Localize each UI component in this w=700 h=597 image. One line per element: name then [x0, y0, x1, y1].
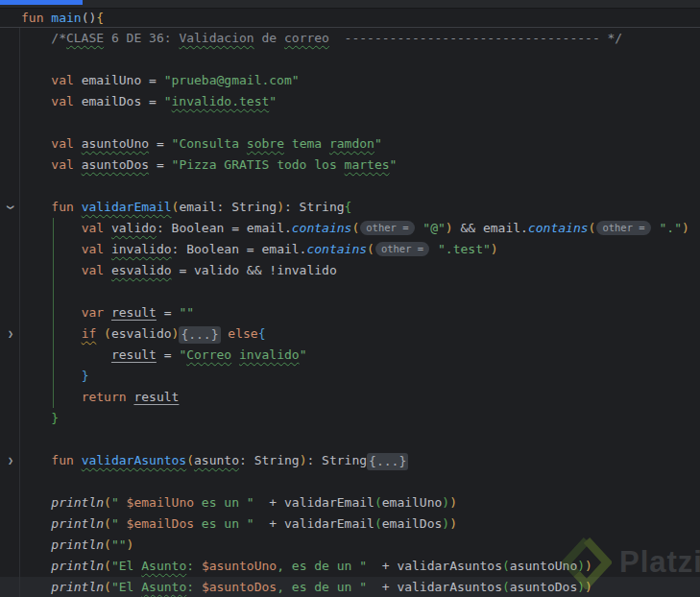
- code-token: esvalido: [111, 326, 172, 341]
- code-token: , es de un ": [277, 580, 367, 594]
- code-token: ): [577, 580, 585, 594]
- code-token: [21, 495, 51, 510]
- code-token: :: [186, 580, 202, 594]
- code-line[interactable]: val emailDos = "invalido.test": [0, 91, 700, 112]
- code-token: fun: [51, 453, 81, 467]
- code-token: asuntoDos: [82, 157, 149, 172]
- code-token: valido: [111, 221, 157, 235]
- code-token: ": [390, 157, 398, 172]
- code-line[interactable]: println(""): [0, 535, 700, 556]
- code-token: Correo: [186, 347, 231, 362]
- fold-collapsed-chevron-icon[interactable]: ❯: [4, 323, 17, 345]
- code-token: ": [374, 136, 382, 151]
- code-line-current[interactable]: println("El Asunto: $asuntoDos, es de un…: [0, 577, 700, 597]
- code-token: tema: [284, 136, 329, 151]
- fold-collapsed-chevron-icon[interactable]: ❯: [4, 450, 17, 471]
- code-token: result: [133, 390, 179, 404]
- code-token: return: [82, 390, 134, 404]
- code-token: emailDos =: [82, 94, 164, 108]
- code-token: $emailUno: [127, 495, 194, 510]
- code-token: (: [104, 326, 111, 341]
- parameter-name-hint-chip: other =: [375, 242, 429, 256]
- code-token: var: [82, 305, 111, 320]
- code-token: println: [51, 559, 104, 573]
- code-token: [21, 516, 51, 531]
- code-token: =: [157, 305, 179, 320]
- code-token: + validarEmail: [254, 516, 374, 531]
- code-token: (: [104, 537, 111, 552]
- code-token: invalido: [111, 242, 172, 256]
- code-line[interactable]: val esvalido = valido && !invalido: [0, 260, 700, 281]
- code-token: [21, 326, 82, 341]
- code-line[interactable]: [0, 112, 700, 133]
- code-line[interactable]: val asuntoDos = "Pizza GRATIS todo los m…: [0, 155, 700, 176]
- code-lines-container: /*CLASE 6 DE 36: Validacion de correo --…: [0, 28, 700, 597]
- code-token: ): [446, 221, 453, 235]
- sticky-header-line[interactable]: fun main(){: [0, 9, 700, 28]
- code-token: de: [254, 31, 284, 45]
- active-tab-indicator[interactable]: [0, 0, 83, 5]
- code-line[interactable]: }: [0, 366, 700, 387]
- editor-body[interactable]: /*CLASE 6 DE 36: Validacion de correo --…: [0, 28, 700, 597]
- code-line[interactable]: [0, 429, 700, 450]
- folded-code-chip[interactable]: {...}: [179, 326, 220, 344]
- code-token: val: [51, 73, 81, 87]
- code-token: [21, 559, 51, 573]
- code-token: (: [502, 580, 510, 594]
- code-line[interactable]: [0, 49, 700, 70]
- code-line[interactable]: val invalido: Boolean = email.contains(o…: [0, 239, 700, 260]
- code-line[interactable]: }: [0, 408, 700, 429]
- code-token: $asuntoDos: [202, 580, 277, 594]
- fold-expanded-chevron-icon[interactable]: ❯: [4, 197, 17, 218]
- code-token: println: [51, 495, 104, 510]
- code-token: {: [258, 326, 266, 341]
- code-token: [21, 537, 51, 552]
- code-token: [430, 242, 438, 256]
- code-line[interactable]: ❯ fun validarEmail(email: String): Strin…: [0, 197, 700, 218]
- code-token: [21, 242, 82, 256]
- code-token: =: [149, 157, 171, 172]
- code-line[interactable]: println("El Asunto: $asuntoUno, es de un…: [0, 556, 700, 577]
- code-line[interactable]: ❯ if (esvalido){...} else{: [0, 323, 700, 345]
- code-token: "El: [111, 559, 141, 573]
- code-token: "": [179, 305, 194, 320]
- code-token: =: [157, 347, 179, 362]
- code-token: ): [682, 221, 689, 235]
- code-line[interactable]: [0, 176, 700, 197]
- code-token: ): [491, 242, 498, 256]
- code-line[interactable]: val valido: Boolean = email.contains(oth…: [0, 218, 700, 239]
- code-token: }: [82, 369, 89, 383]
- code-line[interactable]: val asuntoUno = "Consulta sobre tema ram…: [0, 133, 700, 155]
- code-token: emailUno =: [82, 73, 164, 87]
- code-token: ".": [659, 221, 681, 235]
- code-line[interactable]: return result: [0, 387, 700, 408]
- code-token: [96, 326, 104, 341]
- code-token: "": [111, 537, 127, 552]
- folded-code-chip[interactable]: {...}: [367, 453, 408, 470]
- code-token: ): [127, 537, 134, 552]
- code-line[interactable]: [0, 471, 700, 492]
- code-token: ".test": [438, 242, 491, 256]
- code-token: val: [51, 94, 81, 108]
- code-token: val: [82, 221, 111, 235]
- code-line[interactable]: result = "Correo invalido": [0, 345, 700, 366]
- code-token: ): [449, 495, 457, 510]
- code-token: [231, 347, 239, 362]
- code-line[interactable]: /*CLASE 6 DE 36: Validacion de correo --…: [0, 28, 700, 49]
- code-token: (: [186, 453, 194, 467]
- code-line[interactable]: val emailUno = "prueba@gmail.com": [0, 70, 700, 91]
- code-token: [21, 136, 51, 151]
- code-line[interactable]: println(" $emailUno es un " + validarEma…: [0, 492, 700, 513]
- code-token: val: [82, 242, 111, 256]
- code-token: [21, 73, 51, 87]
- code-token: else: [228, 326, 257, 341]
- code-token: ): [585, 559, 592, 573]
- code-token: correo: [284, 31, 329, 45]
- code-line[interactable]: println(" $emailDos es un " + validarEma…: [0, 513, 700, 535]
- code-line[interactable]: [0, 281, 700, 302]
- code-token: asuntoUno: [82, 136, 149, 151]
- code-line[interactable]: ❯ fun validarAsuntos(asunto: String): St…: [0, 450, 700, 471]
- chevron-glyph: ❯: [0, 204, 21, 210]
- code-line[interactable]: var result = "": [0, 302, 700, 323]
- code-token: invalido.test: [172, 94, 270, 108]
